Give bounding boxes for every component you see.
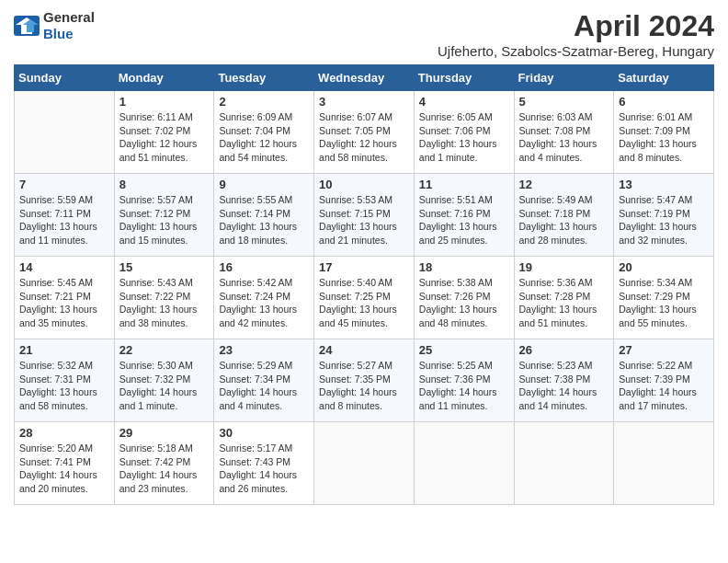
- calendar-week-row: 1Sunrise: 6:11 AM Sunset: 7:02 PM Daylig…: [15, 91, 714, 174]
- table-row: 26Sunrise: 5:23 AM Sunset: 7:38 PM Dayli…: [514, 339, 614, 422]
- day-number: 17: [319, 260, 409, 274]
- day-number: 27: [619, 343, 709, 357]
- day-number: 24: [319, 343, 409, 357]
- calendar-week-row: 21Sunrise: 5:32 AM Sunset: 7:31 PM Dayli…: [15, 339, 714, 422]
- day-number: 30: [219, 426, 309, 440]
- day-info: Sunrise: 5:23 AM Sunset: 7:38 PM Dayligh…: [519, 359, 609, 413]
- day-info: Sunrise: 5:55 AM Sunset: 7:14 PM Dayligh…: [219, 193, 309, 247]
- col-saturday: Saturday: [614, 65, 714, 91]
- table-row: 2Sunrise: 6:09 AM Sunset: 7:04 PM Daylig…: [214, 91, 314, 174]
- table-row: 16Sunrise: 5:42 AM Sunset: 7:24 PM Dayli…: [214, 257, 314, 339]
- month-title: April 2024: [438, 9, 714, 43]
- col-wednesday: Wednesday: [314, 65, 415, 91]
- day-info: Sunrise: 5:38 AM Sunset: 7:26 PM Dayligh…: [419, 276, 509, 330]
- day-info: Sunrise: 5:27 AM Sunset: 7:35 PM Dayligh…: [319, 359, 409, 413]
- day-number: 29: [119, 426, 210, 440]
- day-info: Sunrise: 5:47 AM Sunset: 7:19 PM Dayligh…: [619, 193, 709, 247]
- calendar-table: Sunday Monday Tuesday Wednesday Thursday…: [14, 64, 714, 505]
- table-row: [514, 422, 614, 505]
- day-number: 14: [19, 260, 109, 274]
- table-row: 10Sunrise: 5:53 AM Sunset: 7:15 PM Dayli…: [314, 174, 415, 257]
- logo-general: General: [43, 9, 95, 25]
- table-row: 9Sunrise: 5:55 AM Sunset: 7:14 PM Daylig…: [214, 174, 314, 257]
- table-row: 13Sunrise: 5:47 AM Sunset: 7:19 PM Dayli…: [614, 174, 714, 257]
- day-number: 22: [119, 343, 210, 357]
- day-info: Sunrise: 5:17 AM Sunset: 7:43 PM Dayligh…: [219, 442, 309, 496]
- day-number: 8: [119, 178, 210, 191]
- calendar-week-row: 14Sunrise: 5:45 AM Sunset: 7:21 PM Dayli…: [15, 257, 714, 339]
- day-number: 9: [219, 178, 309, 191]
- day-number: 7: [19, 178, 109, 191]
- day-number: 28: [19, 426, 109, 440]
- col-monday: Monday: [114, 65, 214, 91]
- day-info: Sunrise: 5:32 AM Sunset: 7:31 PM Dayligh…: [19, 359, 109, 413]
- table-row: 3Sunrise: 6:07 AM Sunset: 7:05 PM Daylig…: [314, 91, 415, 174]
- logo-icon: [14, 16, 40, 36]
- table-row: 27Sunrise: 5:22 AM Sunset: 7:39 PM Dayli…: [614, 339, 714, 422]
- day-number: 10: [319, 178, 409, 191]
- day-number: 13: [619, 178, 709, 191]
- table-row: 11Sunrise: 5:51 AM Sunset: 7:16 PM Dayli…: [414, 174, 514, 257]
- table-row: 8Sunrise: 5:57 AM Sunset: 7:12 PM Daylig…: [114, 174, 214, 257]
- day-info: Sunrise: 5:29 AM Sunset: 7:34 PM Dayligh…: [219, 359, 309, 413]
- table-row: [414, 422, 514, 505]
- day-number: 12: [519, 178, 609, 191]
- day-number: 6: [619, 95, 709, 109]
- day-number: 11: [419, 178, 509, 191]
- day-number: 26: [519, 343, 609, 357]
- day-info: Sunrise: 5:51 AM Sunset: 7:16 PM Dayligh…: [419, 193, 509, 247]
- day-info: Sunrise: 6:07 AM Sunset: 7:05 PM Dayligh…: [319, 110, 409, 165]
- day-number: 20: [619, 260, 709, 274]
- table-row: 18Sunrise: 5:38 AM Sunset: 7:26 PM Dayli…: [414, 257, 514, 339]
- table-row: [614, 422, 714, 505]
- day-number: 4: [419, 95, 509, 109]
- location-title: Ujfeherto, Szabolcs-Szatmar-Bereg, Hunga…: [438, 43, 714, 59]
- table-row: [314, 422, 415, 505]
- title-area: April 2024 Ujfeherto, Szabolcs-Szatmar-B…: [438, 9, 714, 59]
- day-info: Sunrise: 6:11 AM Sunset: 7:02 PM Dayligh…: [119, 110, 210, 165]
- day-number: 1: [119, 95, 210, 109]
- day-number: 18: [419, 260, 509, 274]
- table-row: 7Sunrise: 5:59 AM Sunset: 7:11 PM Daylig…: [15, 174, 115, 257]
- page-header: General Blue April 2024 Ujfeherto, Szabo…: [14, 9, 714, 59]
- table-row: 19Sunrise: 5:36 AM Sunset: 7:28 PM Dayli…: [514, 257, 614, 339]
- day-number: 3: [319, 95, 409, 109]
- day-info: Sunrise: 5:30 AM Sunset: 7:32 PM Dayligh…: [119, 359, 210, 413]
- logo: General Blue: [14, 9, 95, 42]
- day-info: Sunrise: 5:18 AM Sunset: 7:42 PM Dayligh…: [119, 442, 210, 496]
- table-row: 5Sunrise: 6:03 AM Sunset: 7:08 PM Daylig…: [514, 91, 614, 174]
- day-info: Sunrise: 6:03 AM Sunset: 7:08 PM Dayligh…: [519, 110, 609, 165]
- table-row: 21Sunrise: 5:32 AM Sunset: 7:31 PM Dayli…: [15, 339, 115, 422]
- table-row: 24Sunrise: 5:27 AM Sunset: 7:35 PM Dayli…: [314, 339, 415, 422]
- calendar-header-row: Sunday Monday Tuesday Wednesday Thursday…: [15, 65, 714, 91]
- table-row: 14Sunrise: 5:45 AM Sunset: 7:21 PM Dayli…: [15, 257, 115, 339]
- day-number: 23: [219, 343, 309, 357]
- day-info: Sunrise: 6:09 AM Sunset: 7:04 PM Dayligh…: [219, 110, 309, 165]
- day-info: Sunrise: 5:45 AM Sunset: 7:21 PM Dayligh…: [19, 276, 109, 330]
- table-row: 22Sunrise: 5:30 AM Sunset: 7:32 PM Dayli…: [114, 339, 214, 422]
- day-info: Sunrise: 6:01 AM Sunset: 7:09 PM Dayligh…: [619, 110, 709, 165]
- day-info: Sunrise: 5:49 AM Sunset: 7:18 PM Dayligh…: [519, 193, 609, 247]
- day-info: Sunrise: 5:57 AM Sunset: 7:12 PM Dayligh…: [119, 193, 210, 247]
- day-info: Sunrise: 5:43 AM Sunset: 7:22 PM Dayligh…: [119, 276, 210, 330]
- table-row: [15, 91, 115, 174]
- logo-blue: Blue: [43, 26, 74, 41]
- table-row: 15Sunrise: 5:43 AM Sunset: 7:22 PM Dayli…: [114, 257, 214, 339]
- table-row: 23Sunrise: 5:29 AM Sunset: 7:34 PM Dayli…: [214, 339, 314, 422]
- col-tuesday: Tuesday: [214, 65, 314, 91]
- table-row: 17Sunrise: 5:40 AM Sunset: 7:25 PM Dayli…: [314, 257, 415, 339]
- day-info: Sunrise: 5:22 AM Sunset: 7:39 PM Dayligh…: [619, 359, 709, 413]
- table-row: 6Sunrise: 6:01 AM Sunset: 7:09 PM Daylig…: [614, 91, 714, 174]
- table-row: 28Sunrise: 5:20 AM Sunset: 7:41 PM Dayli…: [15, 422, 115, 505]
- day-info: Sunrise: 5:40 AM Sunset: 7:25 PM Dayligh…: [319, 276, 409, 330]
- day-info: Sunrise: 5:25 AM Sunset: 7:36 PM Dayligh…: [419, 359, 509, 413]
- col-thursday: Thursday: [414, 65, 514, 91]
- day-info: Sunrise: 5:36 AM Sunset: 7:28 PM Dayligh…: [519, 276, 609, 330]
- day-number: 2: [219, 95, 309, 109]
- day-number: 19: [519, 260, 609, 274]
- table-row: 30Sunrise: 5:17 AM Sunset: 7:43 PM Dayli…: [214, 422, 314, 505]
- day-info: Sunrise: 5:59 AM Sunset: 7:11 PM Dayligh…: [19, 193, 109, 247]
- day-info: Sunrise: 5:53 AM Sunset: 7:15 PM Dayligh…: [319, 193, 409, 247]
- calendar-week-row: 7Sunrise: 5:59 AM Sunset: 7:11 PM Daylig…: [15, 174, 714, 257]
- table-row: 29Sunrise: 5:18 AM Sunset: 7:42 PM Dayli…: [114, 422, 214, 505]
